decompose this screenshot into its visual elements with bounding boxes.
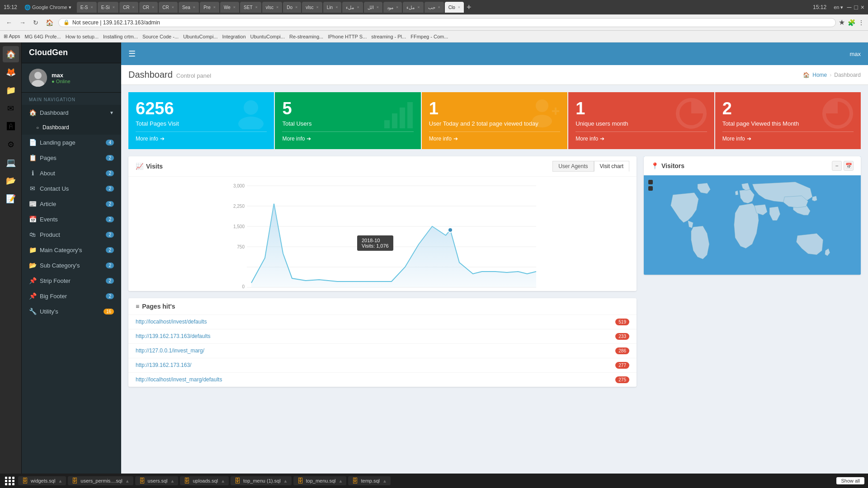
file-icon-2: 🗄 — [71, 477, 78, 484]
bookmark-setup[interactable]: How to setup... — [66, 34, 99, 39]
bookmark-ffmpeg[interactable]: FFmpeg - Com... — [410, 34, 448, 39]
dock-icon-home[interactable]: 🏠 — [3, 46, 19, 62]
tab-7[interactable]: Pre× — [200, 2, 219, 13]
hamburger-menu[interactable]: ☰ — [128, 49, 136, 59]
tab-1[interactable]: E-S× — [77, 2, 97, 13]
sidebar-item-strip-footer[interactable]: 📌 Strip Footer 2 — [22, 273, 121, 288]
tab-user-agents[interactable]: User Agents — [552, 161, 594, 172]
stat-more-info: More info — [576, 136, 598, 142]
tab-14[interactable]: ملء× — [342, 2, 363, 13]
tab-9[interactable]: SET× — [240, 2, 261, 13]
tab-11[interactable]: Do× — [283, 2, 301, 13]
tab-10[interactable]: vlsc× — [262, 2, 283, 13]
pages-hits-title: ≡ Pages hit's — [136, 303, 175, 310]
tab-3[interactable]: CR× — [119, 2, 138, 13]
close-button[interactable]: × — [861, 4, 864, 11]
sidebar-item-big-footer[interactable]: 📌 Big Footer 2 — [22, 288, 121, 304]
bookmark-restream[interactable]: Re-streaming... — [289, 34, 323, 39]
sidebar-sub-item-dashboard[interactable]: Dashboard — [22, 120, 121, 135]
back-button[interactable]: ← — [4, 18, 14, 27]
home-button[interactable]: 🏠 — [43, 18, 56, 27]
dock-icon-filezilla[interactable]: 📂 — [3, 173, 19, 189]
bookmark-source[interactable]: Source Code -... — [142, 34, 179, 39]
taskbar-apps-button[interactable] — [4, 474, 16, 487]
tab-17[interactable]: ملء× — [403, 2, 423, 13]
bookmark-crtm[interactable]: Installing crtm... — [103, 34, 138, 39]
reload-button[interactable]: ↻ — [31, 18, 41, 27]
settings-menu-icon[interactable]: ⋮ — [858, 19, 864, 26]
sidebar-item-pages[interactable]: 📋 Pages 2 — [22, 150, 121, 165]
sidebar-item-contact[interactable]: ✉ Contact Us 2 — [22, 181, 121, 196]
taskbar-file-1[interactable]: 🗄 widgets.sql ▲ — [18, 476, 66, 485]
dock-icon-settings[interactable]: ⚙ — [3, 136, 19, 153]
taskbar-file-2[interactable]: 🗄 users_permis....sql ▲ — [68, 476, 133, 485]
breadcrumb-home-icon: 🏠 — [803, 72, 810, 78]
pages-icon: 📋 — [29, 154, 36, 161]
taskbar-file-5[interactable]: 🗄 top_menu (1).sql ▲ — [231, 476, 291, 485]
sidebar-item-sub-cat[interactable]: 📂 Sub Category's 2 — [22, 258, 121, 273]
pages-hit-link-5[interactable]: http://localhost/invest_marg/defaults — [136, 376, 222, 383]
sidebar-item-dashboard[interactable]: 🏠 Dashboard ▼ — [22, 105, 121, 120]
security-icon: 🔒 — [63, 19, 70, 25]
breadcrumb-home-link[interactable]: Home — [812, 72, 827, 78]
show-all-button[interactable]: Show all — [836, 477, 864, 484]
sub-cat-badge: 2 — [106, 263, 114, 268]
tab-15[interactable]: الل× — [364, 2, 382, 13]
dock-icon-files[interactable]: 📁 — [3, 82, 19, 99]
tab-13[interactable]: Lin× — [323, 2, 342, 13]
sidebar-sub-label: Dashboard — [42, 124, 69, 131]
pages-hit-link-4[interactable]: http://139.162.173.163/ — [136, 362, 191, 368]
sidebar-item-events[interactable]: 📅 Events 2 — [22, 211, 121, 227]
tab-8[interactable]: We× — [220, 2, 239, 13]
extensions-icon[interactable]: 🧩 — [848, 19, 855, 26]
sidebar-item-utility[interactable]: 🔧 Utility's 16 — [22, 304, 121, 319]
bookmark-star-icon[interactable]: ★ — [839, 18, 845, 27]
forward-button[interactable]: → — [17, 18, 28, 27]
taskbar-file-6[interactable]: 🗄 top_menu.sql ▲ — [293, 476, 347, 485]
address-bar[interactable]: 🔒 Not secure | 139.162.173.163/admin — [58, 18, 836, 27]
sidebar-item-product[interactable]: 🛍 Product 2 — [22, 227, 121, 242]
dock-icon-apps[interactable]: 🅰 — [3, 118, 19, 135]
pages-hit-link-1[interactable]: http://localhost/invest/defaults — [136, 319, 207, 325]
tab-18[interactable]: حب× — [425, 2, 444, 13]
dock-icon-mail[interactable]: ✉ — [3, 100, 19, 117]
sidebar-status: Online — [52, 79, 71, 84]
bookmark-streaming[interactable]: streaming - Pl... — [371, 34, 406, 39]
pages-hit-link-3[interactable]: http://127.0.0.1/invest_marg/ — [136, 347, 204, 354]
taskbar-file-3[interactable]: 🗄 users.sql ▲ — [135, 476, 179, 485]
tab-12[interactable]: vlsc× — [302, 2, 322, 13]
tab-visit-chart[interactable]: Visit chart — [594, 161, 629, 172]
minimize-visitors-button[interactable]: − — [832, 161, 842, 171]
file-icon-5: 🗄 — [234, 477, 241, 484]
events-icon: 📅 — [29, 216, 36, 223]
calendar-visitors-button[interactable]: 📅 — [844, 161, 854, 171]
maximize-button[interactable]: □ — [854, 4, 858, 11]
file-name-3: users.sql — [148, 478, 168, 483]
taskbar-file-7[interactable]: 🗄 temp.sql ▲ — [348, 476, 390, 485]
bookmark-ubuntu2[interactable]: UbuntuCompi... — [250, 34, 285, 39]
tab-5[interactable]: CR× — [159, 2, 178, 13]
bookmark-ubuntu1[interactable]: UbuntuCompi... — [183, 34, 217, 39]
tab-6[interactable]: Sea× — [179, 2, 199, 13]
svg-point-30 — [448, 228, 453, 232]
tab-active[interactable]: Clo× — [445, 2, 464, 13]
sidebar-item-about[interactable]: ℹ About 2 — [22, 165, 121, 181]
dock-icon-firefox[interactable]: 🦊 — [3, 64, 19, 80]
tab-2[interactable]: E-Si× — [98, 2, 118, 13]
bookmark-apps[interactable]: ⊞ Apps — [4, 33, 20, 39]
taskbar-file-4[interactable]: 🗄 uploads.sql ▲ — [180, 476, 229, 485]
bookmark-iphone[interactable]: IPhone HTTP S... — [328, 34, 367, 39]
tab-4[interactable]: CR× — [139, 2, 158, 13]
tab-16[interactable]: مود× — [383, 2, 402, 13]
more-info-icon: ➔ — [307, 136, 311, 142]
sidebar-item-landing[interactable]: 📄 Landing page 4 — [22, 135, 121, 150]
dock-icon-terminal[interactable]: 💻 — [3, 155, 19, 171]
sidebar-item-article[interactable]: 📰 Article 2 — [22, 196, 121, 211]
pages-hit-link-2[interactable]: http://139.162.173.163/defaults — [136, 333, 210, 339]
new-tab-button[interactable]: + — [467, 3, 472, 12]
dock-icon-notes[interactable]: 📝 — [3, 191, 19, 207]
bookmark-integration[interactable]: Integration — [222, 34, 246, 39]
minimize-button[interactable]: ─ — [847, 4, 851, 11]
sidebar-item-main-cat[interactable]: 📁 Main Category's 2 — [22, 242, 121, 258]
bookmark-mg[interactable]: MG 64G Profe... — [25, 34, 61, 39]
